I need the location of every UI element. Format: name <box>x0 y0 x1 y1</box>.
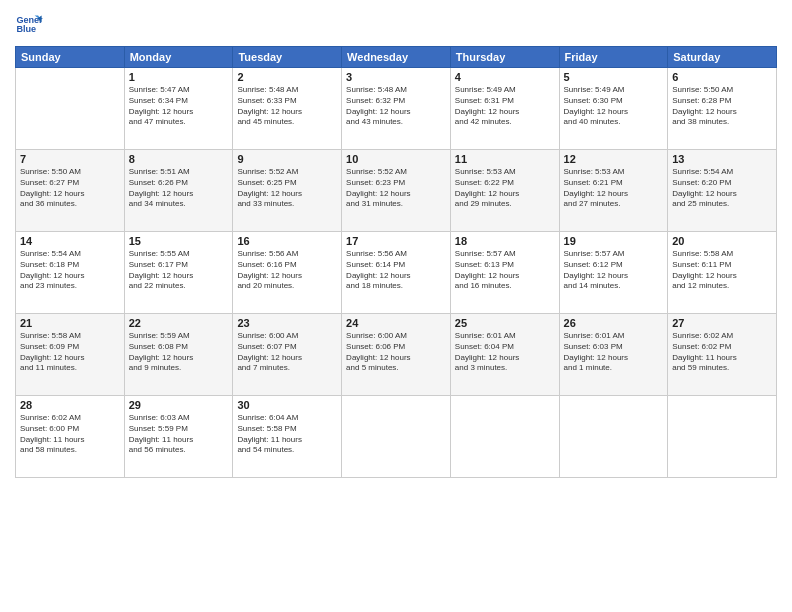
calendar-cell: 8Sunrise: 5:51 AMSunset: 6:26 PMDaylight… <box>124 150 233 232</box>
day-info: Sunrise: 5:56 AMSunset: 6:14 PMDaylight:… <box>346 249 446 292</box>
day-number: 14 <box>20 235 120 247</box>
calendar-cell <box>16 68 125 150</box>
day-info: Sunrise: 5:54 AMSunset: 6:18 PMDaylight:… <box>20 249 120 292</box>
column-header-friday: Friday <box>559 47 668 68</box>
day-number: 29 <box>129 399 229 411</box>
day-number: 12 <box>564 153 664 165</box>
calendar-cell: 4Sunrise: 5:49 AMSunset: 6:31 PMDaylight… <box>450 68 559 150</box>
calendar-cell: 20Sunrise: 5:58 AMSunset: 6:11 PMDayligh… <box>668 232 777 314</box>
day-info: Sunrise: 5:53 AMSunset: 6:22 PMDaylight:… <box>455 167 555 210</box>
calendar-cell: 3Sunrise: 5:48 AMSunset: 6:32 PMDaylight… <box>342 68 451 150</box>
page-header: General Blue <box>15 10 777 38</box>
calendar-cell: 22Sunrise: 5:59 AMSunset: 6:08 PMDayligh… <box>124 314 233 396</box>
day-info: Sunrise: 5:53 AMSunset: 6:21 PMDaylight:… <box>564 167 664 210</box>
day-number: 1 <box>129 71 229 83</box>
day-info: Sunrise: 5:48 AMSunset: 6:33 PMDaylight:… <box>237 85 337 128</box>
column-header-thursday: Thursday <box>450 47 559 68</box>
day-info: Sunrise: 5:48 AMSunset: 6:32 PMDaylight:… <box>346 85 446 128</box>
day-info: Sunrise: 5:58 AMSunset: 6:09 PMDaylight:… <box>20 331 120 374</box>
calendar-cell: 7Sunrise: 5:50 AMSunset: 6:27 PMDaylight… <box>16 150 125 232</box>
day-number: 26 <box>564 317 664 329</box>
calendar-cell: 26Sunrise: 6:01 AMSunset: 6:03 PMDayligh… <box>559 314 668 396</box>
day-info: Sunrise: 5:55 AMSunset: 6:17 PMDaylight:… <box>129 249 229 292</box>
calendar-header-row: SundayMondayTuesdayWednesdayThursdayFrid… <box>16 47 777 68</box>
day-info: Sunrise: 5:58 AMSunset: 6:11 PMDaylight:… <box>672 249 772 292</box>
day-number: 18 <box>455 235 555 247</box>
calendar-cell: 18Sunrise: 5:57 AMSunset: 6:13 PMDayligh… <box>450 232 559 314</box>
calendar-cell: 9Sunrise: 5:52 AMSunset: 6:25 PMDaylight… <box>233 150 342 232</box>
calendar-week-row: 14Sunrise: 5:54 AMSunset: 6:18 PMDayligh… <box>16 232 777 314</box>
day-info: Sunrise: 6:02 AMSunset: 6:02 PMDaylight:… <box>672 331 772 374</box>
logo: General Blue <box>15 10 43 38</box>
column-header-tuesday: Tuesday <box>233 47 342 68</box>
day-number: 19 <box>564 235 664 247</box>
day-info: Sunrise: 5:57 AMSunset: 6:13 PMDaylight:… <box>455 249 555 292</box>
column-header-sunday: Sunday <box>16 47 125 68</box>
day-info: Sunrise: 5:52 AMSunset: 6:25 PMDaylight:… <box>237 167 337 210</box>
calendar-cell: 11Sunrise: 5:53 AMSunset: 6:22 PMDayligh… <box>450 150 559 232</box>
day-number: 28 <box>20 399 120 411</box>
calendar-cell: 30Sunrise: 6:04 AMSunset: 5:58 PMDayligh… <box>233 396 342 478</box>
day-info: Sunrise: 6:00 AMSunset: 6:07 PMDaylight:… <box>237 331 337 374</box>
day-info: Sunrise: 5:49 AMSunset: 6:30 PMDaylight:… <box>564 85 664 128</box>
day-number: 17 <box>346 235 446 247</box>
calendar-cell: 28Sunrise: 6:02 AMSunset: 6:00 PMDayligh… <box>16 396 125 478</box>
day-info: Sunrise: 5:51 AMSunset: 6:26 PMDaylight:… <box>129 167 229 210</box>
calendar-cell <box>450 396 559 478</box>
calendar-cell: 6Sunrise: 5:50 AMSunset: 6:28 PMDaylight… <box>668 68 777 150</box>
day-number: 21 <box>20 317 120 329</box>
column-header-wednesday: Wednesday <box>342 47 451 68</box>
day-info: Sunrise: 5:52 AMSunset: 6:23 PMDaylight:… <box>346 167 446 210</box>
calendar-cell: 1Sunrise: 5:47 AMSunset: 6:34 PMDaylight… <box>124 68 233 150</box>
day-info: Sunrise: 5:47 AMSunset: 6:34 PMDaylight:… <box>129 85 229 128</box>
calendar-cell: 24Sunrise: 6:00 AMSunset: 6:06 PMDayligh… <box>342 314 451 396</box>
day-info: Sunrise: 6:01 AMSunset: 6:03 PMDaylight:… <box>564 331 664 374</box>
calendar-week-row: 28Sunrise: 6:02 AMSunset: 6:00 PMDayligh… <box>16 396 777 478</box>
day-number: 9 <box>237 153 337 165</box>
calendar-cell: 19Sunrise: 5:57 AMSunset: 6:12 PMDayligh… <box>559 232 668 314</box>
day-number: 4 <box>455 71 555 83</box>
calendar-cell: 23Sunrise: 6:00 AMSunset: 6:07 PMDayligh… <box>233 314 342 396</box>
day-number: 23 <box>237 317 337 329</box>
day-number: 11 <box>455 153 555 165</box>
day-number: 16 <box>237 235 337 247</box>
day-info: Sunrise: 6:01 AMSunset: 6:04 PMDaylight:… <box>455 331 555 374</box>
calendar-week-row: 7Sunrise: 5:50 AMSunset: 6:27 PMDaylight… <box>16 150 777 232</box>
calendar-cell <box>668 396 777 478</box>
day-info: Sunrise: 6:00 AMSunset: 6:06 PMDaylight:… <box>346 331 446 374</box>
day-number: 10 <box>346 153 446 165</box>
day-info: Sunrise: 6:03 AMSunset: 5:59 PMDaylight:… <box>129 413 229 456</box>
day-number: 27 <box>672 317 772 329</box>
day-number: 20 <box>672 235 772 247</box>
calendar-cell <box>559 396 668 478</box>
day-info: Sunrise: 5:59 AMSunset: 6:08 PMDaylight:… <box>129 331 229 374</box>
day-info: Sunrise: 5:57 AMSunset: 6:12 PMDaylight:… <box>564 249 664 292</box>
calendar-cell: 15Sunrise: 5:55 AMSunset: 6:17 PMDayligh… <box>124 232 233 314</box>
calendar-cell: 14Sunrise: 5:54 AMSunset: 6:18 PMDayligh… <box>16 232 125 314</box>
calendar-cell: 17Sunrise: 5:56 AMSunset: 6:14 PMDayligh… <box>342 232 451 314</box>
day-number: 2 <box>237 71 337 83</box>
day-info: Sunrise: 5:56 AMSunset: 6:16 PMDaylight:… <box>237 249 337 292</box>
day-number: 6 <box>672 71 772 83</box>
logo-icon: General Blue <box>15 10 43 38</box>
day-info: Sunrise: 5:54 AMSunset: 6:20 PMDaylight:… <box>672 167 772 210</box>
calendar-cell: 16Sunrise: 5:56 AMSunset: 6:16 PMDayligh… <box>233 232 342 314</box>
day-number: 8 <box>129 153 229 165</box>
calendar-cell: 10Sunrise: 5:52 AMSunset: 6:23 PMDayligh… <box>342 150 451 232</box>
column-header-saturday: Saturday <box>668 47 777 68</box>
day-info: Sunrise: 5:49 AMSunset: 6:31 PMDaylight:… <box>455 85 555 128</box>
calendar-cell: 12Sunrise: 5:53 AMSunset: 6:21 PMDayligh… <box>559 150 668 232</box>
calendar-week-row: 21Sunrise: 5:58 AMSunset: 6:09 PMDayligh… <box>16 314 777 396</box>
svg-text:Blue: Blue <box>16 24 36 34</box>
calendar-cell <box>342 396 451 478</box>
calendar-cell: 29Sunrise: 6:03 AMSunset: 5:59 PMDayligh… <box>124 396 233 478</box>
day-number: 24 <box>346 317 446 329</box>
calendar-cell: 2Sunrise: 5:48 AMSunset: 6:33 PMDaylight… <box>233 68 342 150</box>
calendar-cell: 21Sunrise: 5:58 AMSunset: 6:09 PMDayligh… <box>16 314 125 396</box>
column-header-monday: Monday <box>124 47 233 68</box>
day-info: Sunrise: 6:02 AMSunset: 6:00 PMDaylight:… <box>20 413 120 456</box>
calendar-table: SundayMondayTuesdayWednesdayThursdayFrid… <box>15 46 777 478</box>
calendar-cell: 13Sunrise: 5:54 AMSunset: 6:20 PMDayligh… <box>668 150 777 232</box>
day-number: 25 <box>455 317 555 329</box>
calendar-cell: 5Sunrise: 5:49 AMSunset: 6:30 PMDaylight… <box>559 68 668 150</box>
